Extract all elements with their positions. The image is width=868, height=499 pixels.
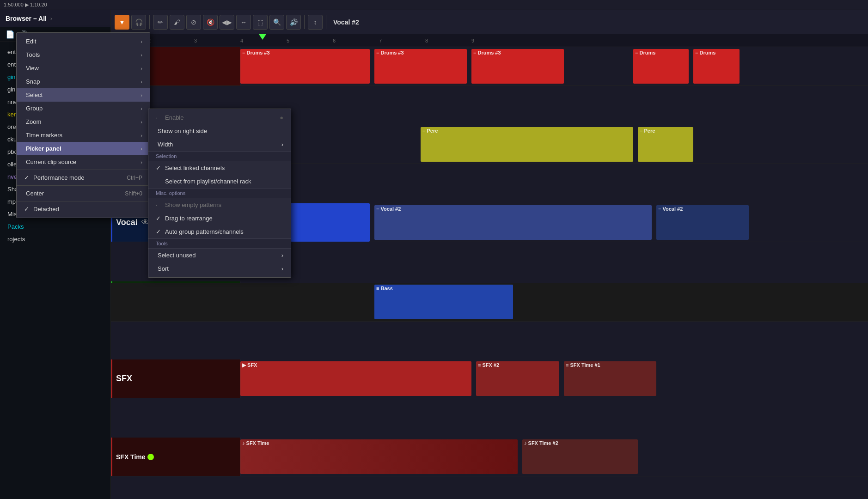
track-sfx-label: SFX bbox=[116, 374, 132, 383]
clip-sfx-2[interactable]: ≡ SFX #2 bbox=[476, 361, 559, 396]
clip-drums-2[interactable]: ≡ Drums #3 bbox=[374, 49, 467, 84]
menu-edit-arrow: › bbox=[141, 39, 142, 44]
clip-bass-1[interactable]: ≡ Bass bbox=[374, 285, 513, 319]
menu-sep-3 bbox=[17, 201, 150, 201]
menu-detached[interactable]: ✓ Detached bbox=[17, 202, 150, 216]
clip-drums-3[interactable]: ≡ Drums #3 bbox=[471, 49, 564, 84]
menu-zoom-arrow: › bbox=[141, 119, 142, 125]
toolbar-track-title: Vocal #2 bbox=[333, 18, 359, 26]
sub-section-misc: Misc. options bbox=[148, 188, 291, 198]
clip-sfx-time-1[interactable]: ♪ SFX Time bbox=[240, 439, 518, 474]
menu-select[interactable]: Select › bbox=[17, 88, 150, 102]
toolbar-btn-select[interactable]: ⬚ bbox=[253, 15, 268, 30]
clip-sfx-3[interactable]: ≡ SFX Time #1 bbox=[564, 361, 656, 396]
width-arrow: › bbox=[281, 141, 283, 148]
clip-vocal-2[interactable]: ≡ Vocal #2 bbox=[374, 205, 652, 240]
track-perc-clips: ≡ Perc ≡ Perc bbox=[240, 125, 868, 164]
menu-center[interactable]: Center Shift+0 bbox=[17, 187, 150, 200]
track-sfx-time-clips: ♪ SFX Time ♪ SFX Time #2 bbox=[240, 438, 868, 476]
toolbar-btn-zoom[interactable]: 🔍 bbox=[269, 15, 284, 30]
toolbar-sep-2 bbox=[304, 15, 305, 29]
time-display: 1:50.000 ▶ 1:10.20 bbox=[0, 2, 51, 8]
clip-drums-4[interactable]: ≡ Drums bbox=[633, 49, 689, 84]
top-bar: 1:50.000 ▶ 1:10.20 bbox=[0, 0, 868, 10]
file-icon[interactable]: 📄 bbox=[6, 30, 15, 39]
sub-menu-show-right[interactable]: Show on right side bbox=[148, 124, 291, 138]
track-sfx-clips: ▶ SFX ≡ SFX #2 ≡ SFX Time #1 bbox=[240, 359, 868, 398]
menu-current-clip-source[interactable]: Current clip source › bbox=[17, 155, 150, 169]
clip-sfx-time-2[interactable]: ♪ SFX Time #2 bbox=[522, 439, 638, 474]
track-sfx-time-header: SFX Time bbox=[111, 438, 240, 476]
drag-check: ✓ bbox=[156, 215, 161, 222]
track-drums-clips: ≡ Drums #3 ≡ Drums #3 ≡ Drums #3 ≡ Drums… bbox=[240, 47, 868, 85]
menu-view[interactable]: View › bbox=[17, 61, 150, 75]
toolbar-btn-menu[interactable]: ▼ bbox=[115, 15, 129, 30]
playhead-marker bbox=[259, 34, 266, 40]
sub-menu-sort[interactable]: Sort › bbox=[148, 262, 291, 275]
menu-group[interactable]: Group › bbox=[17, 102, 150, 115]
clip-sfx-1[interactable]: ▶ SFX bbox=[240, 361, 471, 396]
menu-select-arrow: › bbox=[141, 92, 142, 98]
toolbar-btn-headphones[interactable]: 🎧 bbox=[131, 15, 146, 30]
track-bass: ≡ Bass bbox=[111, 283, 868, 322]
menu-zoom[interactable]: Zoom › bbox=[17, 115, 150, 128]
toolbar-sep-3 bbox=[326, 15, 326, 29]
ruler-mark-3: 3 bbox=[194, 38, 197, 43]
sub-menu-select-linked[interactable]: ✓ Select linked channels bbox=[148, 161, 291, 175]
clip-perc-1[interactable]: ≡ Perc bbox=[421, 127, 633, 162]
ruler-mark-9: 9 bbox=[471, 38, 474, 43]
menu-time-markers[interactable]: Time markers › bbox=[17, 128, 150, 142]
detached-check: ✓ bbox=[24, 206, 29, 213]
menu-edit[interactable]: Edit › bbox=[17, 35, 150, 48]
menu-picker-panel[interactable]: Picker panel › bbox=[17, 142, 150, 155]
track-vocal-label: Vocal bbox=[116, 218, 138, 227]
menu-view-arrow: › bbox=[141, 66, 142, 71]
toolbar-btn-volume[interactable]: 🔊 bbox=[286, 15, 301, 30]
sidebar-item-projects[interactable]: rojects bbox=[0, 233, 110, 245]
ruler-mark-5: 5 bbox=[287, 38, 289, 43]
ruler-mark-7: 7 bbox=[379, 38, 382, 43]
menu-tools[interactable]: Tools › bbox=[17, 48, 150, 61]
menu-sep-1 bbox=[17, 170, 150, 170]
menu-time-markers-arrow: › bbox=[141, 133, 142, 138]
track-sfx: SFX ▶ SFX ≡ SFX #2 ≡ SFX Time #1 bbox=[111, 359, 868, 398]
toolbar: ▼ 🎧 ✏ 🖌 ⊘ 🔇 ◀▶ ↔ ⬚ 🔍 🔊 ↕ Vocal #2 bbox=[111, 10, 868, 34]
sub-menu-select-unused[interactable]: Select unused › bbox=[148, 249, 291, 262]
clip-drums-5[interactable]: ≡ Drums bbox=[693, 49, 740, 84]
sub-menu-select-from[interactable]: Select from playlist/channel rack bbox=[148, 175, 291, 188]
menu-performance-mode[interactable]: ✓ Performance mode Ctrl+P bbox=[17, 171, 150, 184]
menu-picker-panel-arrow: › bbox=[141, 146, 142, 152]
toolbar-btn-slip[interactable]: ◀▶ bbox=[220, 15, 234, 30]
clip-drums-1[interactable]: ≡ Drums #3 bbox=[240, 49, 370, 84]
select-linked-check: ✓ bbox=[156, 164, 161, 171]
menu-snap[interactable]: Snap › bbox=[17, 75, 150, 88]
menu-group-arrow: › bbox=[141, 106, 142, 111]
menu-tools-arrow: › bbox=[141, 52, 142, 58]
toolbar-btn-paint[interactable]: 🖌 bbox=[170, 15, 184, 30]
auto-group-check: ✓ bbox=[156, 228, 161, 235]
clip-vocal-3[interactable]: ≡ Vocal #2 bbox=[656, 205, 749, 240]
toolbar-btn-draw[interactable]: ✏ bbox=[153, 15, 168, 30]
context-menu-main: Edit › Tools › View › Snap › Select › Gr… bbox=[16, 32, 150, 218]
sidebar-item-packs[interactable]: Packs bbox=[0, 220, 110, 233]
ruler-mark-4: 4 bbox=[240, 38, 243, 43]
sub-menu-enable[interactable]: · Enable ● bbox=[148, 111, 291, 124]
toolbar-btn-arrow[interactable]: ↕ bbox=[308, 15, 323, 30]
performance-check: ✓ bbox=[24, 174, 29, 181]
sub-menu-auto-group[interactable]: ✓ Auto group patterns/channels bbox=[148, 225, 291, 238]
sub-menu-show-empty[interactable]: · Show empty patterns bbox=[148, 198, 291, 212]
toolbar-btn-erase[interactable]: ⊘ bbox=[186, 15, 201, 30]
ruler-mark-6: 6 bbox=[333, 38, 336, 43]
clip-perc-2[interactable]: ≡ Perc bbox=[638, 127, 693, 162]
toolbar-btn-mute[interactable]: 🔇 bbox=[203, 15, 218, 30]
menu-sep-2 bbox=[17, 185, 150, 186]
track-sfx-time-label: SFX Time bbox=[116, 453, 146, 461]
sidebar-header[interactable]: Browser – All › bbox=[0, 10, 110, 27]
sub-menu-drag-rearrange[interactable]: ✓ Drag to rearrange bbox=[148, 212, 291, 225]
menu-snap-arrow: › bbox=[141, 79, 142, 85]
timeline-ruler: 2 3 4 5 6 7 8 9 bbox=[111, 34, 868, 47]
select-unused-arrow: › bbox=[281, 252, 283, 259]
menu-clip-source-arrow: › bbox=[141, 159, 142, 165]
toolbar-btn-resize[interactable]: ↔ bbox=[236, 15, 251, 30]
sub-menu-width[interactable]: Width › bbox=[148, 138, 291, 151]
